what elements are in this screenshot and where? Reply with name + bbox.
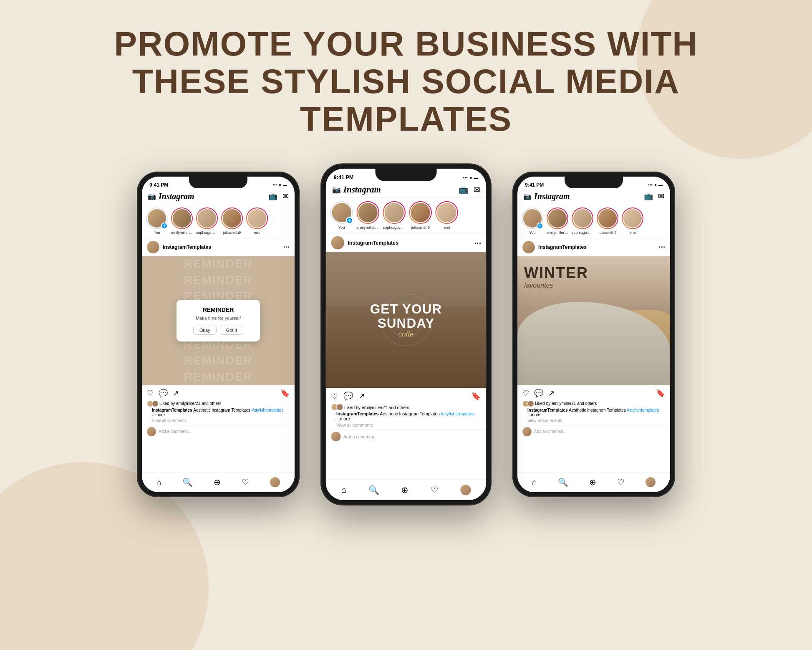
nav-heart-icon[interactable]: ♡ [242, 477, 249, 487]
story-emi-2[interactable]: emi [435, 201, 458, 229]
phone-2-comment-row: Add a comment... [326, 429, 486, 444]
phone-3-actions-left: ♡ 💬 ↗ [522, 389, 555, 398]
story-sophia[interactable]: sophiagomez [196, 207, 218, 235]
phone-2-post-menu[interactable]: ⋯ [474, 238, 481, 247]
phone-2-more[interactable]: ...more [336, 416, 350, 421]
phone-1-post-header: InstagramTemplates ⋯ [142, 238, 295, 256]
nav-profile-icon-2[interactable] [460, 484, 471, 495]
reminder-background: REMINDER REMINDER REMINDER REMINDER REMI… [142, 256, 295, 385]
phone-1-bottom-nav: ⌂ 🔍 ⊕ ♡ [142, 472, 295, 492]
story-julia-3[interactable]: juliasmith9 [597, 207, 618, 235]
reminder-okay-button[interactable]: Okay [193, 326, 217, 335]
phone-1-status-icons: ▪▪▪ ● ▬ [272, 182, 287, 187]
winter-title: WINTER [524, 264, 663, 282]
reminder-row-1: REMINDER [142, 257, 295, 271]
tv-icon-3[interactable]: 📺 [644, 192, 653, 201]
nav-plus-icon[interactable]: ⊕ [214, 477, 221, 487]
signal-icon: ▪▪▪ [272, 182, 277, 187]
story-add-icon-2: + [346, 217, 353, 224]
nav-heart-icon-2[interactable]: ♡ [431, 484, 439, 495]
story-sophia-2[interactable]: sophiagomez [383, 201, 406, 229]
signal-icon-2: ▪▪▪ [463, 175, 468, 180]
tv-icon-2[interactable]: 📺 [459, 185, 468, 194]
phone-2-hashtag[interactable]: #stylishtemplates [441, 411, 475, 416]
share-icon-2[interactable]: ↗ [358, 391, 365, 401]
phone-1-ig-header: 📷 Instagram 📺 ✉ [142, 190, 295, 204]
heart-icon[interactable]: ♡ [147, 389, 154, 398]
coffee-line2: SUNDAY [370, 316, 442, 330]
story-emi-3[interactable]: emi [622, 207, 643, 235]
story-emi-label: emi [254, 230, 260, 235]
bookmark-icon-3[interactable]: 🔖 [656, 389, 665, 398]
story-julia-2[interactable]: juliasmith9 [409, 201, 432, 229]
story-you-2[interactable]: + You [330, 201, 353, 229]
story-emily[interactable]: emilymiller21 [171, 207, 193, 235]
comment-icon-2[interactable]: 💬 [343, 391, 353, 401]
camera-icon: 📷 [148, 192, 156, 200]
paper-plane-icon[interactable]: ✉ [282, 192, 289, 201]
phones-container: 9:41 PM ▪▪▪ ● ▬ 📷 Instagram 📺 ✉ [17, 172, 795, 497]
phone-3-post-username: InstagramTemplates [538, 244, 587, 250]
phone-1-comment-placeholder[interactable]: Add a comment... [159, 429, 191, 434]
story-add-icon-3: + [537, 223, 543, 229]
bookmark-icon-2[interactable]: 🔖 [471, 391, 481, 401]
page-content: PROMOTE YOUR BUSINESS WITH THESE STYLISH… [0, 0, 812, 531]
story-julia-avatar-3 [598, 208, 618, 228]
nav-profile-icon[interactable] [270, 477, 280, 487]
story-you-3[interactable]: + You [522, 207, 543, 235]
nav-heart-icon-3[interactable]: ♡ [617, 477, 625, 487]
phone-1-stories: + You emilymiller21 sophi [142, 204, 295, 238]
nav-home-icon-3[interactable]: ⌂ [532, 478, 537, 487]
paper-plane-icon-2[interactable]: ✉ [474, 185, 480, 194]
nav-plus-icon-3[interactable]: ⊕ [589, 477, 596, 487]
headline: PROMOTE YOUR BUSINESS WITH THESE STYLISH… [51, 25, 761, 138]
story-emily-2[interactable]: emilymiller21 [356, 201, 379, 229]
reminder-gotit-button[interactable]: Got it [220, 326, 243, 335]
phone-3-comment-placeholder[interactable]: Add a comment... [534, 429, 567, 434]
phone-3-stories: + You emilymiller21 sophi [517, 204, 670, 238]
story-julia[interactable]: juliasmith9 [221, 207, 243, 235]
tv-icon[interactable]: 📺 [268, 192, 277, 201]
heart-icon-3[interactable]: ♡ [522, 389, 529, 398]
phone-2-ig-logo: Instagram [343, 184, 381, 194]
phone-3-more[interactable]: ...more [527, 412, 540, 417]
nav-home-icon[interactable]: ⌂ [156, 478, 161, 487]
story-you[interactable]: + You [146, 207, 168, 235]
share-icon[interactable]: ↗ [173, 389, 179, 398]
story-emi-avatar-2 [436, 202, 457, 223]
comment-icon[interactable]: 💬 [159, 389, 168, 398]
story-emi-wrap [246, 207, 268, 229]
phone-1-view-comments[interactable]: View all comments [147, 418, 290, 423]
story-emi-label-2: emi [444, 225, 450, 230]
phone-2-view-comments[interactable]: View all comments [331, 422, 481, 428]
nav-search-icon[interactable]: 🔍 [182, 477, 193, 487]
phone-1-comment-row: Add a comment... [142, 425, 295, 439]
comment-icon-3[interactable]: 💬 [534, 389, 543, 398]
nav-search-icon-3[interactable]: 🔍 [558, 477, 568, 487]
nav-plus-icon-2[interactable]: ⊕ [401, 484, 409, 495]
story-sophia-3[interactable]: sophiagomez [572, 207, 593, 235]
phone-1-notch [189, 177, 247, 188]
phone-3-hashtag[interactable]: #stylishtemplates [627, 408, 659, 412]
phone-1-post-menu[interactable]: ⋯ [283, 243, 290, 251]
story-emi[interactable]: emi [246, 207, 268, 235]
heart-icon-2[interactable]: ♡ [331, 391, 338, 401]
phone-3-post-menu[interactable]: ⋯ [658, 243, 665, 251]
phone-3-post-actions: ♡ 💬 ↗ 🔖 [517, 385, 670, 400]
bookmark-icon[interactable]: 🔖 [280, 389, 290, 398]
phone-1-more[interactable]: ...more [152, 412, 165, 417]
phone-3-caption-user: InstagramTemplates [527, 408, 569, 412]
nav-profile-icon-3[interactable] [646, 477, 656, 487]
share-icon-3[interactable]: ↗ [548, 389, 555, 398]
paper-plane-icon-3[interactable]: ✉ [658, 192, 664, 201]
phone-3-view-comments[interactable]: View all comments [522, 418, 665, 423]
phone-3-status-icons: ▪▪▪ ● ▬ [648, 182, 663, 187]
story-emily-3[interactable]: emilymiller21 [547, 207, 568, 235]
nav-search-icon-2[interactable]: 🔍 [368, 484, 379, 495]
nav-home-icon-2[interactable]: ⌂ [341, 485, 347, 495]
phone-1-hashtag[interactable]: #stylishtemplates [252, 408, 284, 412]
story-sophia-avatar-3 [572, 208, 593, 228]
camera-icon-3: 📷 [523, 192, 532, 200]
story-sophia-wrap-3 [572, 207, 593, 229]
phone-2-comment-placeholder[interactable]: Add a comment... [343, 434, 378, 439]
